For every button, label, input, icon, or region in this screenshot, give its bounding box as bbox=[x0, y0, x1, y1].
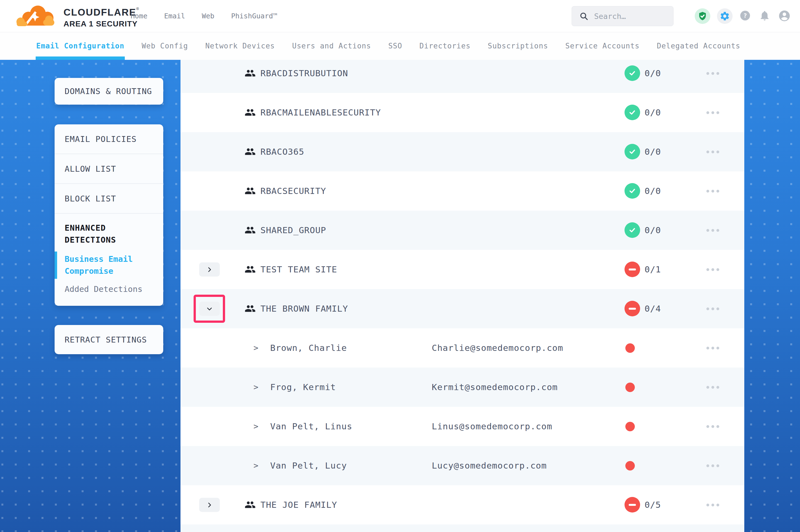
member-chevron-icon[interactable]: > bbox=[254, 367, 258, 407]
check-icon bbox=[628, 108, 637, 117]
chevron-right-icon bbox=[206, 502, 213, 508]
more-actions-button[interactable] bbox=[697, 446, 728, 485]
more-actions-button[interactable] bbox=[697, 132, 728, 171]
sidebar-item-enhanced-detections[interactable]: ENHANCED DETECTIONS bbox=[65, 222, 154, 246]
member-email: Kermit@somedemocorp.com bbox=[432, 367, 558, 407]
expand-toggle-button[interactable] bbox=[199, 498, 220, 512]
status-dot bbox=[625, 461, 635, 471]
member-count: 0/4 bbox=[644, 289, 661, 328]
brand-text: CLOUDFLARE® AREA 1 SECURITY bbox=[63, 7, 139, 28]
more-actions-button[interactable] bbox=[697, 171, 728, 211]
more-actions-button[interactable] bbox=[697, 485, 728, 525]
group-people-icon bbox=[244, 225, 256, 236]
brand-subtitle: AREA 1 SECURITY bbox=[63, 19, 139, 28]
member-count: 0/0 bbox=[644, 211, 661, 250]
settings-gear-icon[interactable] bbox=[717, 8, 732, 24]
tab-users-and-actions[interactable]: Users and Actions bbox=[292, 32, 371, 60]
top-nav-item[interactable]: PhishGuard™ bbox=[231, 12, 277, 20]
group-row: THE BROWN FAMILY 0/4 bbox=[181, 289, 744, 328]
sidebar-item-label: BLOCK LIST bbox=[65, 194, 116, 203]
group-name: RBACDISTRUBUTION bbox=[260, 60, 348, 93]
top-nav-item[interactable]: Email bbox=[164, 12, 185, 20]
member-name: Brown, Charlie bbox=[270, 328, 347, 367]
tab-subscriptions[interactable]: Subscriptions bbox=[488, 32, 548, 60]
minus-icon bbox=[629, 308, 636, 310]
more-actions-button[interactable] bbox=[697, 367, 728, 407]
status-dot bbox=[625, 422, 635, 431]
chevron-right-icon bbox=[206, 266, 213, 273]
more-actions-button[interactable] bbox=[697, 93, 728, 132]
sidebar-item-block-list[interactable]: BLOCK LIST bbox=[55, 184, 163, 214]
tab-network-devices[interactable]: Network Devices bbox=[205, 32, 275, 60]
more-actions-button[interactable] bbox=[697, 328, 728, 367]
group-row: RBACDISTRUBUTION 0/0 bbox=[181, 60, 744, 93]
more-actions-button[interactable] bbox=[697, 211, 728, 250]
tab-service-accounts[interactable]: Service Accounts bbox=[565, 32, 639, 60]
more-actions-button[interactable] bbox=[697, 250, 728, 289]
member-name: Van Pelt, Lucy bbox=[270, 446, 347, 485]
header-status-icons: ? bbox=[695, 0, 791, 32]
notifications-bell-icon[interactable] bbox=[759, 10, 771, 22]
status-badge bbox=[624, 183, 640, 199]
minus-icon bbox=[629, 504, 636, 506]
member-count: 0/0 bbox=[644, 171, 661, 211]
group-name: RBACO365 bbox=[260, 132, 304, 171]
account-avatar-icon[interactable] bbox=[778, 10, 791, 22]
check-icon bbox=[628, 226, 637, 234]
member-email: Charlie@somedemocorp.com bbox=[432, 328, 563, 367]
group-table: RBACDISTRUBUTION 0/0 RBACMAILENABLESECUR… bbox=[181, 60, 744, 532]
sidebar-card-retract-settings[interactable]: RETRACT SETTINGS bbox=[55, 325, 163, 354]
group-people-icon bbox=[244, 185, 256, 196]
member-row: > Brown, Charlie Charlie@somedemocorp.co… bbox=[181, 328, 744, 367]
expand-toggle-button[interactable] bbox=[199, 302, 220, 316]
tab-delegated-accounts[interactable]: Delegated Accounts bbox=[657, 32, 740, 60]
shield-check-icon[interactable] bbox=[695, 8, 710, 24]
tab-directories[interactable]: Directories bbox=[419, 32, 471, 60]
member-chevron-icon[interactable]: > bbox=[254, 446, 258, 485]
more-actions-button[interactable] bbox=[697, 289, 728, 328]
sidebar-item-added-detections[interactable]: Added Detections bbox=[65, 283, 154, 295]
tab-list: Email ConfigurationWeb ConfigNetwork Dev… bbox=[36, 32, 740, 60]
status-dot bbox=[625, 343, 635, 353]
sidebar-item-allow-list[interactable]: ALLOW LIST bbox=[55, 154, 163, 184]
tab-email-configuration[interactable]: Email Configuration bbox=[36, 32, 124, 60]
group-row: SHARED_GROUP 0/0 bbox=[181, 211, 744, 250]
search-input[interactable] bbox=[594, 12, 667, 21]
group-row: THE JOE FAMILY 0/5 bbox=[181, 485, 744, 525]
more-actions-button[interactable] bbox=[697, 60, 728, 93]
member-count: 0/0 bbox=[644, 93, 661, 132]
top-nav-item[interactable]: Web bbox=[202, 12, 214, 20]
content-panel: RBACDISTRUBUTION 0/0 RBACMAILENABLESECUR… bbox=[181, 60, 744, 532]
check-icon bbox=[628, 147, 637, 156]
more-actions-button[interactable] bbox=[697, 407, 728, 446]
member-name: Frog, Kermit bbox=[270, 367, 336, 407]
partial-next-row bbox=[181, 525, 744, 532]
minus-icon bbox=[629, 268, 636, 270]
member-count: 0/0 bbox=[644, 60, 661, 93]
sidebar-card-domains-routing[interactable]: DOMAINS & ROUTING bbox=[55, 78, 163, 104]
expand-toggle-button[interactable] bbox=[199, 262, 220, 277]
app-window: CLOUDFLARE® AREA 1 SECURITY HomeEmailWeb… bbox=[0, 0, 800, 532]
group-people-icon bbox=[244, 264, 256, 275]
group-name: RBACSECURITY bbox=[260, 171, 326, 211]
svg-text:?: ? bbox=[743, 12, 747, 19]
group-name: THE JOE FAMILY bbox=[260, 485, 337, 525]
tab-sso[interactable]: SSO bbox=[388, 32, 402, 60]
member-row: > Frog, Kermit Kermit@somedemocorp.com bbox=[181, 367, 744, 407]
group-row: RBACO365 0/0 bbox=[181, 132, 744, 171]
sidebar-item-domains-routing[interactable]: DOMAINS & ROUTING bbox=[65, 87, 152, 96]
group-name: TEST TEAM SITE bbox=[260, 250, 337, 289]
top-nav-item[interactable]: Home bbox=[131, 12, 147, 20]
member-chevron-icon[interactable]: > bbox=[254, 407, 258, 446]
member-chevron-icon[interactable]: > bbox=[254, 328, 258, 367]
status-badge bbox=[624, 301, 640, 316]
tab-web-config[interactable]: Web Config bbox=[142, 32, 188, 60]
top-header-bar: CLOUDFLARE® AREA 1 SECURITY HomeEmailWeb… bbox=[0, 0, 800, 32]
status-badge bbox=[624, 104, 640, 120]
sidebar-item-retract-settings[interactable]: RETRACT SETTINGS bbox=[65, 335, 147, 344]
sidebar-item-business-email-compromise[interactable]: Business Email Compromise bbox=[65, 253, 154, 277]
group-people-icon bbox=[244, 303, 256, 314]
help-icon[interactable]: ? bbox=[739, 10, 752, 22]
sidebar-item-email-policies[interactable]: EMAIL POLICIES bbox=[55, 125, 163, 154]
member-email: Lucy@somedemocorp.com bbox=[432, 446, 547, 485]
